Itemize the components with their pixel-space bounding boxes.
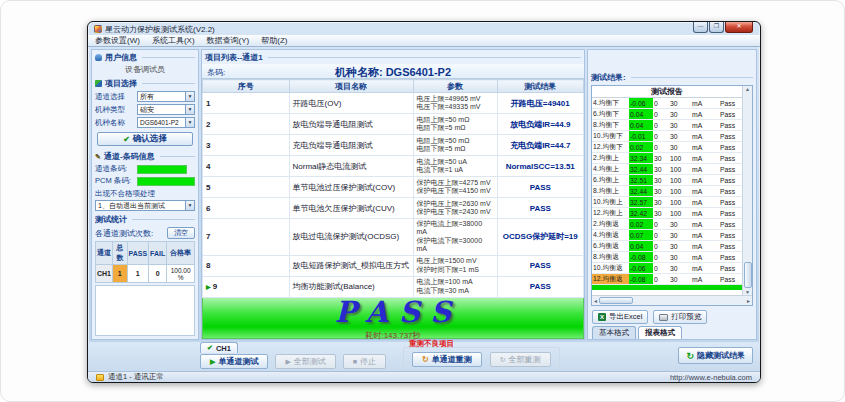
scroll-right-icon[interactable]: ►: [746, 298, 751, 304]
report-unit: mA: [691, 274, 708, 284]
report-row[interactable]: 4.均衡上 32.44 30 100 mA Pass: [592, 164, 742, 175]
report-row[interactable]: 8.均衡返 -0.08 0 30 mA Pass: [592, 252, 742, 263]
item-list-title: 项目列表--通道1: [205, 52, 263, 63]
single-channel-retest-button[interactable]: ↻ 单通道重测: [412, 352, 482, 367]
model-name-select[interactable]: DGS6401-P2 ▼: [137, 117, 195, 128]
chevron-down-icon[interactable]: ▼: [185, 201, 194, 210]
channel-barcode-label: 通道条码:: [95, 164, 135, 174]
test-item-row[interactable]: 5 单节电池过压保护测试(COV) 保护电压上限=4275 mV 保护电压下限=…: [203, 177, 584, 198]
items-column-header[interactable]: 测试结果: [497, 80, 584, 93]
minimize-button[interactable]: —: [693, 22, 708, 33]
report-row[interactable]: 2.均衡上 32.34 30 100 mA Pass: [592, 153, 742, 164]
stop-button[interactable]: ■ 停止: [343, 354, 386, 369]
param-line-2: 保护电流下限=30000 mA: [417, 237, 494, 254]
channel-barcode-field[interactable]: [137, 165, 187, 174]
report-row[interactable]: 4.均衡返 0.07 0 30 mA Pass: [592, 230, 742, 241]
report-row[interactable]: 12.均衡上 32.42 30 100 mA Pass: [592, 208, 742, 219]
tab-report-format[interactable]: 报表格式: [638, 326, 682, 339]
model-type-select[interactable]: 础安 ▼: [137, 104, 195, 115]
menu-item[interactable]: 数据查询(Y): [207, 35, 250, 46]
scroll-left-icon[interactable]: ◄: [593, 298, 598, 304]
chevron-down-icon[interactable]: ▼: [185, 105, 194, 114]
channel-select[interactable]: 所有 ▼: [137, 91, 195, 102]
report-row[interactable]: 4.均衡下 -0.06 0 30 mA Pass: [592, 98, 742, 109]
report-row[interactable]: 10.均衡返 -0.06 0 30 mA Pass: [592, 263, 742, 274]
report-row[interactable]: 8.均衡下 0.04 0 30 mA Pass: [592, 120, 742, 131]
clear-button[interactable]: 清空: [167, 227, 195, 239]
menu-item[interactable]: 帮助(Z): [261, 35, 287, 46]
export-excel-button[interactable]: 导出Excel: [592, 310, 648, 324]
stats-row[interactable]: CH1 1 1 0 100.00 %: [96, 265, 195, 283]
test-item-row[interactable]: 2 放电负端导通电阻测试 电阻上限=50 mΩ 电阻下限=5 mΩ 放电负端IR…: [203, 114, 584, 135]
report-max-limit: 30: [669, 230, 691, 240]
report-max-limit: 100: [669, 153, 691, 163]
report-item-name: 8.均衡下: [592, 120, 629, 130]
tab-basic-format[interactable]: 基本格式: [592, 326, 636, 339]
scroll-thumb[interactable]: [599, 297, 633, 304]
close-button[interactable]: ✕: [725, 22, 753, 33]
print-preview-button[interactable]: 打印预览: [653, 310, 707, 324]
scroll-thumb[interactable]: [744, 262, 752, 288]
single-channel-test-button[interactable]: ▶ 单通道测试: [200, 354, 268, 369]
report-gap: [708, 153, 719, 163]
stats-column-header: 合格率: [167, 242, 195, 265]
horizontal-scrollbar[interactable]: ◄ ►: [592, 295, 752, 305]
report-result: Pass: [719, 274, 742, 284]
report-row[interactable]: 6.均衡上 32.51 30 100 mA Pass: [592, 175, 742, 186]
report-item-name: 10.均衡下: [592, 131, 629, 141]
fail-handling-label: 出现不合格项处理: [92, 187, 198, 199]
report-row[interactable]: 2.均衡返 0.02 0 30 mA Pass: [592, 219, 742, 230]
confirm-selection-button[interactable]: ✔ 确认选择: [97, 132, 193, 146]
report-row[interactable]: 10.均衡下 -0.01 0 30 mA Pass: [592, 131, 742, 142]
report-item-name: 8.均衡上: [592, 186, 629, 196]
item-seq: 2: [203, 114, 290, 135]
sidebar-panel: 用户信息 设备调试员 项目选择 通道选择 所有 ▼ 机种: [91, 49, 199, 340]
report-min-limit: 30: [653, 153, 669, 163]
items-column-header[interactable]: 序号: [203, 80, 290, 93]
item-params: 电压上限=49965 mV 电压下限=49335 mV: [413, 93, 497, 114]
items-column-header[interactable]: 参数: [413, 80, 497, 93]
divider: [132, 219, 195, 220]
test-item-row[interactable]: 3 充电负端导通电阻测试 电阻上限=50 mΩ 电阻下限=5 mΩ 充电负端IR…: [203, 135, 584, 156]
maximize-button[interactable]: ❐: [709, 22, 724, 33]
items-column-header[interactable]: 项目名称: [289, 80, 413, 93]
menu-item[interactable]: 参数设置(W): [95, 35, 140, 46]
bottom-action-bar: ✔ CH1 ▶ 单通道测试 ▶ 全部测试 ■ 停止 重测不良项目: [88, 342, 760, 371]
chevron-down-icon[interactable]: ▼: [185, 92, 194, 101]
report-row[interactable]: 10.均衡上 32.57 30 100 mA Pass: [592, 197, 742, 208]
stats-column-header: FAIL: [149, 242, 167, 265]
report-row[interactable]: 6.均衡下 0.04 0 30 mA Pass: [592, 109, 742, 120]
pcm-barcode-field[interactable]: [137, 177, 195, 186]
test-item-row[interactable]: 8 放电短路保护测试_模拟电压方式 电压上限=1500 mV 保护时间下限=1 …: [203, 255, 584, 276]
report-gap: [708, 241, 719, 251]
report-unit: mA: [691, 208, 708, 218]
stats-fail: 0: [149, 265, 167, 283]
test-item-row[interactable]: 4 Normal静态电流测试 电流上限=50 uA 电流下限=1 uA Norm…: [203, 156, 584, 177]
menu-item[interactable]: 系统工具(X): [152, 35, 195, 46]
scroll-down-icon[interactable]: ▼: [745, 289, 750, 295]
hide-results-button[interactable]: ↻ 隐藏测试结果: [678, 347, 753, 364]
scroll-up-icon[interactable]: ▲: [745, 86, 750, 92]
item-name: 单节电池欠压保护测试(CUV): [289, 198, 413, 219]
test-item-row[interactable]: 6 单节电池欠压保护测试(CUV) 保护电压上限=2630 mV 保护电压下限=…: [203, 198, 584, 219]
all-retest-button[interactable]: ↻ 全部重测: [490, 352, 551, 367]
item-name: 单节电池过压保护测试(COV): [289, 177, 413, 198]
test-item-row[interactable]: 7 放电过电流保护测试(OCDSG) 保护电流上限=38000 mA 保护电流下…: [203, 219, 584, 256]
all-test-button[interactable]: ▶ 全部测试: [275, 354, 335, 369]
report-item-name: 12.均衡返: [592, 274, 629, 284]
title-bar[interactable]: 星云动力保护板测试系统(V2.2) — ❐ ✕: [88, 22, 760, 35]
user-role-label: 设备调试员: [92, 64, 198, 76]
report-unit: mA: [691, 252, 708, 262]
chevron-down-icon[interactable]: ▼: [185, 118, 194, 127]
report-row[interactable]: 6.均衡返 0.04 0 30 mA Pass: [592, 241, 742, 252]
item-list-group-header: 项目列表--通道1: [202, 50, 584, 64]
fail-handling-select[interactable]: 1、自动退出当前测试 ▼: [95, 200, 195, 211]
report-row[interactable]: 12.均衡下 0.02 0 30 mA Pass: [592, 142, 742, 153]
channel-tab-ch1[interactable]: ✔ CH1: [200, 342, 238, 353]
report-min-limit: 0: [653, 274, 669, 284]
report-unit: mA: [691, 164, 708, 174]
report-row[interactable]: 8.均衡上 32.44 30 100 mA Pass: [592, 186, 742, 197]
test-item-row[interactable]: 1 开路电压(OV) 电压上限=49965 mV 电压下限=49335 mV 开…: [203, 93, 584, 114]
report-row[interactable]: 12.均衡返 -0.08 0 30 mA Pass: [592, 274, 742, 285]
vertical-scrollbar[interactable]: ▲ ▼: [742, 86, 752, 295]
